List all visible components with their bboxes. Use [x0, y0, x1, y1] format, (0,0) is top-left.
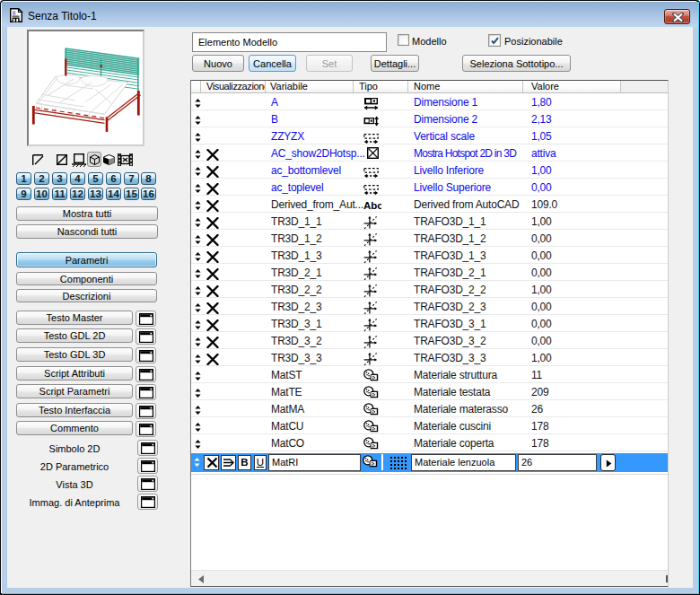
- svg-text:Abc: Abc: [363, 200, 381, 211]
